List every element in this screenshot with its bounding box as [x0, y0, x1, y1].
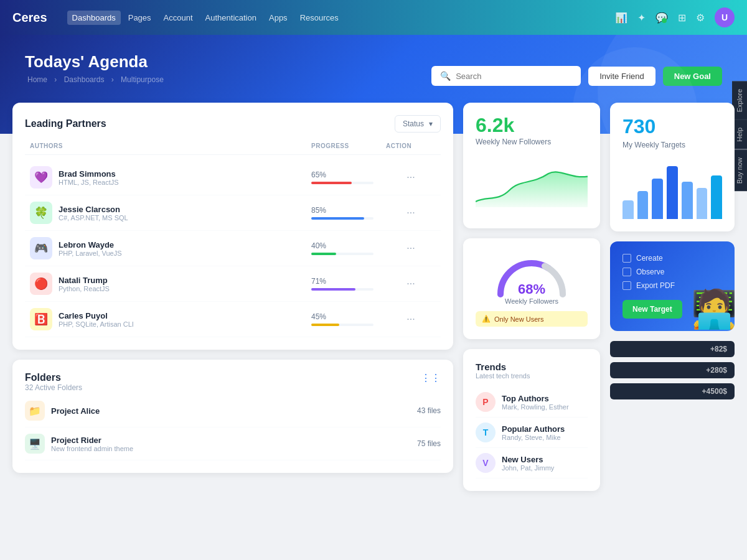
promo-option-label: Export PDF [636, 281, 675, 290]
partner-row: 🍀 Jessie Clarcson C#, ASP.NET, MS SQL 85… [25, 195, 441, 231]
progress-bar-fill [311, 324, 339, 326]
chevron-down-icon: ▾ [429, 119, 433, 128]
progress-bar-bg [311, 253, 374, 255]
trend-name: Top Authors [502, 394, 569, 403]
progress-label: 45% [311, 312, 386, 321]
avatar[interactable]: U [715, 7, 735, 27]
leading-partners-card: Leading Partners Status ▾ Authors Progre… [12, 103, 453, 350]
author-avatar: 🎮 [30, 237, 52, 259]
trend-icon: P [476, 392, 496, 412]
progress-cell: 85% [311, 206, 386, 220]
nav-dashboards[interactable]: Dashboards [67, 11, 121, 25]
author-name: Natali Trump [59, 276, 110, 285]
promo-checkbox[interactable] [622, 268, 631, 276]
promo-checkbox[interactable] [622, 254, 631, 263]
progress-bar-fill [311, 182, 352, 184]
progress-cell: 71% [311, 277, 386, 291]
breadcrumb-dashboards[interactable]: Dashboards [64, 75, 105, 84]
right-stat: +82$ [610, 341, 735, 357]
search-input[interactable] [456, 72, 572, 81]
nav-account[interactable]: Account [159, 11, 198, 25]
bar [652, 179, 663, 219]
nav-pages[interactable]: Pages [123, 11, 156, 25]
right-panel: 730 My Weekly Targets CereateObserveExpo… [610, 103, 735, 491]
area-chart-container [476, 154, 588, 216]
navbar-right: 📊 ✦ 💬 ⊞ ⚙ U [615, 7, 735, 27]
bar [637, 191, 649, 219]
trend-sub: Randy, Steve, Mike [502, 434, 565, 441]
warning-icon: ⚠️ [482, 315, 491, 323]
trend-sub: Mark, Rowling, Esther [502, 403, 569, 411]
invite-friend-button[interactable]: Invite Friend [588, 67, 655, 86]
bar-chart-icon[interactable]: 📊 [615, 12, 627, 24]
promo-option[interactable]: Observe [622, 268, 722, 276]
trends-title: Trends [476, 362, 588, 372]
promo-option-label: Observe [636, 268, 664, 276]
progress-bar-fill [311, 253, 336, 255]
folders-dots-icon[interactable]: ⋮⋮ [421, 372, 441, 384]
nav-items: Dashboards Pages Account Authentication … [67, 11, 344, 25]
folders-title: Folders [25, 372, 82, 383]
bar [697, 188, 708, 219]
right-stats: +82$+280$+4500$ [610, 341, 735, 399]
author-info: 🎮 Lebron Wayde PHP, Laravel, VueJS [30, 237, 311, 259]
promo-option-label: Cereate [636, 254, 663, 263]
partner-row: 🔴 Natali Trump Python, ReactJS 71% ··· [25, 266, 441, 302]
bar-chart [622, 157, 722, 219]
folder-row: 🖥️ Project Rider New frontend admin them… [25, 427, 441, 460]
notice-text: Only New Users [494, 315, 543, 323]
notification-dot [662, 18, 667, 23]
progress-label: 85% [311, 206, 386, 215]
progress-label: 40% [311, 241, 386, 250]
author-avatar: 🔴 [30, 273, 52, 295]
folder-icon: 📁 [25, 401, 45, 421]
gauge-svg-container: 68% [491, 251, 572, 297]
folder-name[interactable]: Project Rider [51, 436, 133, 445]
sparkle-icon[interactable]: ✦ [637, 12, 646, 24]
partner-row: 🎮 Lebron Wayde PHP, Laravel, VueJS 40% ·… [25, 231, 441, 266]
new-goal-button[interactable]: New Goal [663, 67, 722, 86]
progress-label: 65% [311, 170, 386, 179]
author-info: 🔴 Natali Trump Python, ReactJS [30, 273, 311, 295]
author-info: 🅱️ Carles Puyol PHP, SQLite, Artisan CLI [30, 308, 311, 330]
settings-icon[interactable]: ⚙ [696, 12, 705, 24]
navbar: Ceres Dashboards Pages Account Authentic… [0, 0, 747, 35]
breadcrumb-home[interactable]: Home [27, 75, 47, 84]
folders-card: Folders 32 Active Folders ⋮⋮ 📁 Project A… [12, 360, 453, 473]
bar [711, 175, 722, 219]
search-box[interactable]: 🔍 [431, 66, 581, 86]
left-panel: Leading Partners Status ▾ Authors Progre… [12, 103, 453, 491]
action-dots[interactable]: ··· [386, 314, 436, 325]
nav-resources[interactable]: Resources [295, 11, 344, 25]
action-dots[interactable]: ··· [386, 172, 436, 183]
author-name: Brad Simmons [59, 169, 119, 179]
gauge-label: Weekly Followers [476, 297, 588, 305]
author-name: Jessie Clarcson [59, 205, 128, 214]
progress-bar-bg [311, 288, 374, 291]
followers-label: Weekly New Followers [476, 138, 588, 146]
action-dots[interactable]: ··· [386, 243, 436, 254]
author-avatar: 💜 [30, 166, 52, 189]
message-icon-wrap: 💬 [655, 12, 668, 24]
folder-files: 75 files [417, 439, 441, 448]
trend-row: P Top Authors Mark, Rowling, Esther [476, 387, 588, 418]
nav-authentication[interactable]: Authentication [200, 11, 261, 25]
page-title: Todays' Agenda [25, 52, 722, 72]
folder-name[interactable]: Project Alice [51, 406, 100, 416]
folders-header: Folders 32 Active Folders ⋮⋮ [25, 372, 441, 392]
trend-icon: V [476, 453, 496, 473]
partner-row: 🅱️ Carles Puyol PHP, SQLite, Artisan CLI… [25, 302, 441, 337]
folder-row: 📁 Project Alice 43 files [25, 394, 441, 427]
promo-option[interactable]: Cereate [622, 254, 722, 263]
character-illustration: 🧑‍💻 [691, 287, 735, 331]
action-dots[interactable]: ··· [386, 278, 436, 289]
new-target-button[interactable]: New Target [622, 300, 682, 319]
folder-rows: 📁 Project Alice 43 files 🖥️ Project Ride… [25, 394, 441, 460]
nav-apps[interactable]: Apps [264, 11, 293, 25]
promo-checkbox[interactable] [622, 281, 631, 290]
grid-icon[interactable]: ⊞ [678, 12, 686, 24]
status-dropdown[interactable]: Status ▾ [395, 115, 441, 133]
action-dots[interactable]: ··· [386, 207, 436, 218]
trend-row: V New Users John, Pat, Jimmy [476, 448, 588, 478]
table-header: Authors Progress Action [25, 142, 441, 155]
